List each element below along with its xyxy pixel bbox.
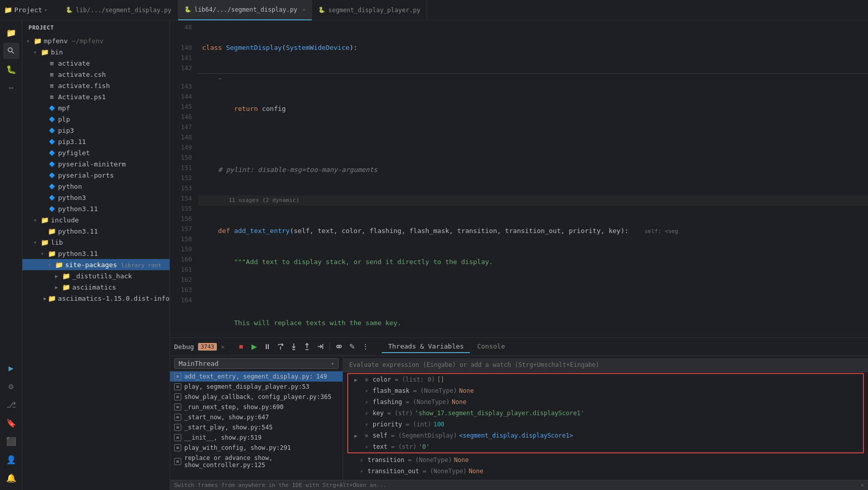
var-item-text[interactable]: ⚡ text = (str) '0' — [348, 441, 863, 452]
tree-item-activate-csh[interactable]: ≡ activate.csh — [22, 69, 170, 80]
tree-item-activate-ps1[interactable]: ≡ Activate.ps1 — [22, 91, 170, 102]
tab-segment-display-player[interactable]: 🐍 segment_display_player.py — [312, 0, 427, 20]
tree-item-bin[interactable]: ▾ 📁 bin — [22, 46, 170, 57]
tab-segment-display-lib[interactable]: 🐍 lib/.../segment_display.py — [60, 0, 178, 20]
item-label: python3.11 — [58, 227, 98, 235]
tree-item-distutils-hack[interactable]: ▶ 📁 _distutils_hack — [22, 270, 170, 281]
stop-button[interactable]: ■ — [235, 340, 247, 353]
var-type: (SegmentDisplay) — [398, 432, 457, 439]
step-out-button[interactable] — [301, 340, 313, 353]
resume-button[interactable]: ▶ — [248, 340, 260, 353]
tree-item-asciimatics-dist[interactable]: ▶ 📁 asciimatics-1.15.0.dist-info — [22, 293, 170, 304]
step-into-button[interactable] — [288, 340, 300, 353]
debug-header: Debug 3743 ✕ ■ ▶ ⏸ — [170, 338, 868, 356]
tab-close-icon[interactable]: ✕ — [302, 7, 305, 12]
call-stack-item[interactable]: ≡ __init__, show.py:519 — [170, 433, 343, 443]
call-function: replace or advance show, show_controller… — [184, 454, 339, 469]
tab-console[interactable]: Console — [471, 340, 511, 353]
tree-item-lib[interactable]: ▾ 📁 lib — [22, 237, 170, 248]
code-editor[interactable]: 48 140 141 142 143 144 145 146 147 148 1… — [170, 20, 868, 337]
tree-item-include-py[interactable]: 📁 python3.11 — [22, 225, 170, 237]
tab-label: lib/.../segment_display.py — [76, 7, 172, 14]
activity-folder-icon[interactable]: 📁 — [3, 24, 19, 41]
step-over-button[interactable] — [274, 340, 287, 353]
project-label[interactable]: 📁 Project ▾ — [4, 6, 47, 14]
activity-settings-icon[interactable]: ⚙ — [3, 378, 19, 394]
activity-search-icon[interactable] — [3, 43, 19, 59]
eval-input[interactable] — [343, 358, 868, 372]
activity-git-icon[interactable]: ⎇ — [3, 396, 19, 413]
code-content[interactable]: class SegmentDisplay(SystemWideDevice): … — [198, 20, 868, 337]
activity-debug-icon[interactable]: 🐛 — [3, 61, 19, 77]
item-label: activate.fish — [58, 82, 110, 90]
link-frames-button[interactable] — [333, 340, 345, 353]
tree-item-asciimatics[interactable]: ▶ 📁 asciimatics — [22, 281, 170, 293]
activity-dots-icon[interactable]: ⋯ — [3, 79, 19, 96]
activity-notification-icon[interactable]: 🔔 — [3, 470, 19, 486]
var-item-transition-out[interactable]: ⚡ transition_out = (NoneType) None — [343, 466, 868, 477]
call-function: show_play_callback, config_player.py:365 — [184, 393, 331, 400]
var-name: self — [373, 432, 387, 439]
var-type-icon: ⚡ — [362, 398, 371, 406]
tree-item-mpf[interactable]: 🔷 mpf — [22, 102, 170, 113]
expand-icon: ▾ — [34, 217, 41, 223]
tree-item-pyserial-ports[interactable]: 🔷 pyserial-ports — [22, 169, 170, 181]
activity-terminal-icon[interactable]: ⬛ — [3, 433, 19, 449]
tree-item-mpfenv[interactable]: ▾ 📁 mpfenv ~/mpfenv — [22, 35, 170, 46]
stack-frame-icon: ≡ — [174, 458, 181, 465]
call-stack-item[interactable]: ≡ play, segment_display_player.py:53 — [170, 382, 343, 392]
call-stack-item[interactable]: ≡ add_text_entry, segment_display.py:149 — [170, 371, 343, 382]
var-item-color[interactable]: ▶ ≡ color = (list: 0) [] — [348, 374, 863, 385]
tree-item-site-packages[interactable]: ▾ 📁 site-packages library root — [22, 259, 170, 270]
call-stack-item[interactable]: ≡ play_with_config, show.py:291 — [170, 443, 343, 453]
tree-item-activate-fish[interactable]: ≡ activate.fish — [22, 80, 170, 91]
var-type-icon: ≡ — [362, 376, 371, 384]
debug-panel: Debug 3743 ✕ ■ ▶ ⏸ — [170, 337, 868, 480]
var-item-flash-mask[interactable]: ⚡ flash_mask = (NoneType) None — [348, 385, 863, 396]
activity-debug-run-icon[interactable]: ▶ — [3, 360, 19, 376]
call-stack-item[interactable]: ≡ _run_next_step, show.py:690 — [170, 402, 343, 412]
tree-item-pyserial-miniterm[interactable]: 🔷 pyserial-miniterm — [22, 158, 170, 169]
run-cursor-button[interactable] — [314, 340, 326, 353]
pause-button[interactable]: ⏸ — [261, 340, 273, 353]
more-button[interactable]: ⋮ — [359, 340, 372, 353]
tab-threads-variables[interactable]: Threads & Variables — [382, 340, 470, 353]
tree-item-activate[interactable]: ≡ activate — [22, 57, 170, 69]
expand-icon: ▶ — [354, 377, 360, 383]
var-type: (list: 0) — [402, 376, 435, 383]
call-stack-item[interactable]: ≡ _start_now, show.py:647 — [170, 412, 343, 422]
tree-item-lib-py[interactable]: ▾ 📁 python3.11 — [22, 248, 170, 259]
expand-icon: ▾ — [26, 38, 34, 44]
var-item-self[interactable]: ▶ ≡ self = (SegmentDisplay) <segment_dis… — [348, 430, 863, 441]
tab-segment-display-lib64[interactable]: 🐍 lib64/.../segment_display.py ✕ — [178, 0, 312, 20]
debug-close-icon[interactable]: ✕ — [221, 343, 225, 351]
dropdown-arrow-icon: ▾ — [331, 361, 334, 366]
tab-label: lib64/.../segment_display.py — [194, 6, 297, 13]
call-stack-item[interactable]: ≡ show_play_callback, config_player.py:3… — [170, 392, 343, 402]
tree-item-pip3-11[interactable]: 🔷 pip3.11 — [22, 136, 170, 147]
call-stack-item[interactable]: ≡ replace or advance show, show_controll… — [170, 453, 343, 470]
var-item-flashing[interactable]: ⚡ flashing = (NoneType) None — [348, 396, 863, 408]
activity-bookmark-icon[interactable]: 🔖 — [3, 415, 19, 431]
file-tree: ▾ 📁 mpfenv ~/mpfenv ▾ 📁 bin ≡ activate — [22, 35, 170, 490]
item-label: pip3 — [58, 127, 74, 134]
tree-item-pip3[interactable]: 🔷 pip3 — [22, 125, 170, 136]
call-stack: ≡ add_text_entry, segment_display.py:149… — [170, 371, 343, 480]
tree-item-pyfiglet[interactable]: 🔷 pyfiglet — [22, 147, 170, 158]
tree-item-python[interactable]: 🔷 python — [22, 181, 170, 192]
call-stack-item[interactable]: ≡ _start_play, show.py:545 — [170, 422, 343, 433]
activity-person-icon[interactable]: 👤 — [3, 451, 19, 468]
hint-close-icon[interactable]: ✕ — [860, 482, 864, 488]
tree-item-python3-11[interactable]: 🔷 python3.11 — [22, 203, 170, 214]
var-item-key[interactable]: ⚡ key = (str) 'show_17.segment_display_p… — [348, 408, 863, 419]
item-label: Activate.ps1 — [58, 93, 106, 101]
thread-dropdown[interactable]: MainThread ▾ — [174, 358, 339, 369]
var-item-transition[interactable]: ⚡ transition = (NoneType) None — [343, 454, 868, 466]
tree-item-python3[interactable]: 🔷 python3 — [22, 192, 170, 203]
var-type-icon: ⚡ — [357, 456, 366, 464]
tree-item-include[interactable]: ▾ 📁 include — [22, 214, 170, 225]
item-label: asciimatics — [72, 283, 116, 291]
var-item-priority[interactable]: ⚡ priority = (int) 100 — [348, 419, 863, 430]
tree-item-plp[interactable]: 🔷 plp — [22, 113, 170, 125]
edit-button[interactable]: ✎ — [346, 340, 358, 353]
